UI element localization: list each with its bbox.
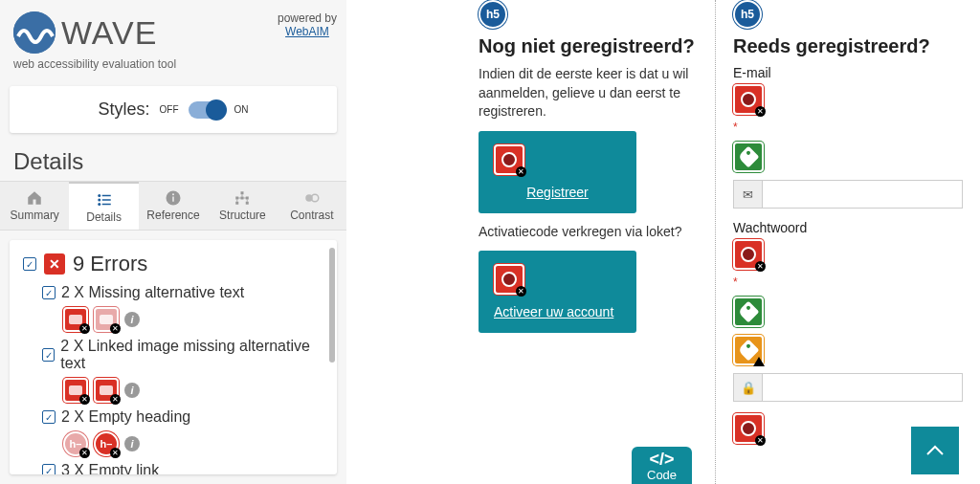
register-column: h5 Nog niet geregistreerd? Indien dit de… xyxy=(461,0,716,484)
required-marker: * xyxy=(733,275,963,289)
code-icon: </> xyxy=(650,451,675,468)
svg-point-3 xyxy=(98,199,100,202)
register-button[interactable]: ✕ Registreer xyxy=(479,131,636,213)
tab-reference-label: Reference xyxy=(146,209,199,222)
svg-point-1 xyxy=(98,194,100,197)
chevron-up-icon xyxy=(924,439,947,462)
linked-alt-missing-icon[interactable]: ✕ xyxy=(63,378,88,403)
styles-toggle[interactable] xyxy=(189,101,225,119)
category-errors-title: 9 Errors xyxy=(73,252,147,276)
tab-summary-label: Summary xyxy=(11,209,59,222)
tab-contrast-label: Contrast xyxy=(290,209,333,222)
tab-structure[interactable]: Structure xyxy=(208,182,277,230)
error-item-0-checkbox[interactable] xyxy=(42,286,56,299)
alt-missing-icon[interactable]: ✕ xyxy=(94,307,119,332)
tab-contrast[interactable]: Contrast xyxy=(278,182,346,230)
panel-scrollbar[interactable] xyxy=(329,248,335,363)
tab-structure-label: Structure xyxy=(219,209,266,222)
label-feature-icon xyxy=(733,142,764,172)
activate-button[interactable]: ✕ Activeer uw account xyxy=(479,251,636,333)
register-desc: Indien dit de eerste keer is dat u wil a… xyxy=(479,65,698,121)
tree-icon xyxy=(234,189,251,207)
svg-rect-4 xyxy=(101,199,110,201)
info-icon[interactable]: i xyxy=(124,383,140,398)
password-label: Wachtwoord xyxy=(733,220,963,235)
svg-rect-10 xyxy=(241,191,244,194)
tab-reference[interactable]: Reference xyxy=(139,182,208,230)
error-marker-icon: ✕ xyxy=(733,413,764,444)
webaim-link[interactable]: WebAIM xyxy=(285,25,329,38)
activate-link[interactable]: Activeer uw account xyxy=(494,304,621,319)
alt-missing-icon[interactable]: ✕ xyxy=(63,307,88,332)
password-field[interactable] xyxy=(762,373,963,402)
required-marker: * xyxy=(733,121,963,134)
svg-rect-14 xyxy=(236,202,239,205)
tab-summary[interactable]: Summary xyxy=(0,182,69,230)
home-icon xyxy=(26,189,43,207)
error-item-3-label: 3 X Empty link xyxy=(61,462,159,474)
alert-feature-icon xyxy=(733,335,764,365)
info-icon[interactable]: i xyxy=(124,312,140,327)
brand-left: WAVE xyxy=(13,11,157,54)
error-item-2-label: 2 X Empty heading xyxy=(61,408,190,426)
category-errors-row: ✕ 9 Errors xyxy=(23,252,323,276)
page-content: h5 Nog niet geregistreerd? Indien dit de… xyxy=(346,0,980,484)
svg-point-9 xyxy=(172,193,174,195)
error-item-0-label: 2 X Missing alternative text xyxy=(61,284,244,301)
wave-sidebar: WAVE powered by WebAIM web accessibility… xyxy=(0,0,346,484)
brand-title: WAVE xyxy=(61,14,157,52)
error-item-2: 2 X Empty heading h–✕ h–✕ i xyxy=(42,408,323,456)
activation-text: Activatiecode verkregen via loket? xyxy=(479,223,698,242)
empty-heading-icon[interactable]: h–✕ xyxy=(94,431,119,456)
h5-badge-icon: h5 xyxy=(479,0,507,29)
email-field[interactable] xyxy=(762,180,963,209)
error-item-3-checkbox[interactable] xyxy=(42,464,56,474)
category-errors-checkbox[interactable] xyxy=(23,257,36,271)
code-panel-tab[interactable]: </> Code xyxy=(632,447,692,484)
error-item-3: 3 X Empty link xyxy=(42,462,323,474)
error-item-1-label: 2 X Linked image missing alternative tex… xyxy=(60,338,323,372)
register-link[interactable]: Registreer xyxy=(494,185,621,200)
details-panel: ✕ 9 Errors 2 X Missing alternative text … xyxy=(10,240,337,474)
list-icon xyxy=(96,191,113,209)
envelope-icon: ✉ xyxy=(733,180,762,209)
contrast-icon xyxy=(303,189,321,207)
error-marker-icon: ✕ xyxy=(733,84,764,115)
linked-alt-missing-icon[interactable]: ✕ xyxy=(94,378,119,403)
error-item-2-checkbox[interactable] xyxy=(42,410,56,424)
register-heading: Nog niet geregistreerd? xyxy=(479,34,698,57)
svg-rect-8 xyxy=(172,197,174,202)
powered-by-text: powered by xyxy=(278,11,337,25)
details-heading: Details xyxy=(0,139,346,181)
svg-rect-15 xyxy=(246,202,249,205)
email-input-group: ✉ xyxy=(733,180,963,209)
login-heading: Reeds geregistreerd? xyxy=(733,34,963,57)
code-tab-label: Code xyxy=(647,468,677,482)
svg-rect-2 xyxy=(101,195,110,197)
label-feature-icon xyxy=(733,297,764,327)
error-marker-icon: ✕ xyxy=(733,239,764,270)
email-label: E-mail xyxy=(733,65,963,80)
wave-logo-icon xyxy=(13,11,56,54)
info-icon xyxy=(165,189,182,207)
h5-badge-icon: h5 xyxy=(733,0,762,29)
empty-heading-icon[interactable]: h–✕ xyxy=(63,431,88,456)
tab-details[interactable]: Details xyxy=(69,182,138,230)
brand-header: WAVE powered by WebAIM xyxy=(0,0,346,57)
toggle-off-label: OFF xyxy=(160,104,179,115)
tab-details-label: Details xyxy=(86,210,122,224)
back-to-top-button[interactable] xyxy=(911,427,959,474)
lock-icon: 🔒 xyxy=(733,373,762,402)
error-item-1-checkbox[interactable] xyxy=(42,348,55,362)
brand-subtitle: web accessibility evaluation tool xyxy=(0,57,346,80)
svg-point-5 xyxy=(98,203,100,206)
sidebar-tabs: Summary Details Reference Structure Cont… xyxy=(0,181,346,231)
errors-icon: ✕ xyxy=(44,253,65,275)
login-column: h5 Reeds geregistreerd? E-mail ✕ * ✉ Wac… xyxy=(716,0,980,484)
styles-toggle-box: Styles: OFF ON xyxy=(10,86,337,133)
svg-rect-6 xyxy=(101,204,110,206)
error-item-1: 2 X Linked image missing alternative tex… xyxy=(42,338,323,403)
brand-powered: powered by WebAIM xyxy=(278,11,337,38)
error-marker-icon: ✕ xyxy=(494,264,524,295)
info-icon[interactable]: i xyxy=(124,436,140,451)
